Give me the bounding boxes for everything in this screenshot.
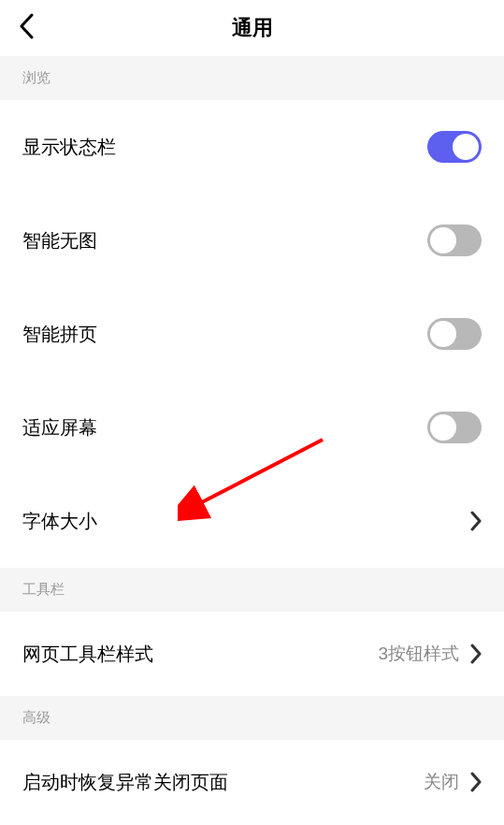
toggle-status-bar[interactable] (427, 131, 482, 163)
toggle-knob (430, 414, 456, 441)
value-restore-pages: 关闭 (424, 770, 459, 794)
value-toolbar-style: 3按钮样式 (378, 642, 459, 666)
back-button[interactable] (19, 13, 34, 43)
label-smart-noimage: 智能无图 (22, 228, 97, 253)
header: 通用 (0, 0, 504, 56)
label-fit-screen: 适应屏幕 (22, 415, 97, 441)
chevron-left-icon (19, 13, 34, 39)
label-toolbar-style: 网页工具栏样式 (22, 642, 153, 667)
row-smart-noimage[interactable]: 智能无图 (0, 194, 504, 287)
page-title: 通用 (232, 14, 273, 42)
chevron-right-icon (470, 772, 482, 792)
label-smart-paging: 智能拼页 (22, 322, 97, 347)
label-font-size: 字体大小 (22, 509, 97, 534)
label-status-bar: 显示状态栏 (22, 135, 116, 160)
toggle-fit-screen[interactable] (427, 412, 482, 443)
toggle-knob (430, 321, 456, 347)
row-restore-pages[interactable]: 启动时恢复异常关闭页面 关闭 (0, 740, 504, 824)
chevron-right-icon (470, 644, 482, 664)
section-header-toolbar: 工具栏 (0, 568, 504, 612)
row-fit-screen[interactable]: 适应屏幕 (0, 381, 504, 474)
right-group: 关闭 (424, 770, 482, 794)
right-group (470, 511, 482, 531)
row-smart-paging[interactable]: 智能拼页 (0, 287, 504, 381)
toggle-knob (430, 227, 456, 253)
row-status-bar[interactable]: 显示状态栏 (0, 100, 504, 194)
section-header-advanced: 高级 (0, 696, 504, 740)
chevron-right-icon (470, 511, 482, 531)
label-restore-pages: 启动时恢复异常关闭页面 (22, 770, 228, 795)
section-header-browse: 浏览 (0, 56, 504, 100)
toggle-smart-noimage[interactable] (427, 224, 482, 256)
row-font-size[interactable]: 字体大小 (0, 474, 504, 568)
toggle-knob (453, 134, 479, 160)
row-toolbar-style[interactable]: 网页工具栏样式 3按钮样式 (0, 612, 504, 696)
right-group: 3按钮样式 (378, 642, 482, 666)
toggle-smart-paging[interactable] (427, 318, 482, 350)
